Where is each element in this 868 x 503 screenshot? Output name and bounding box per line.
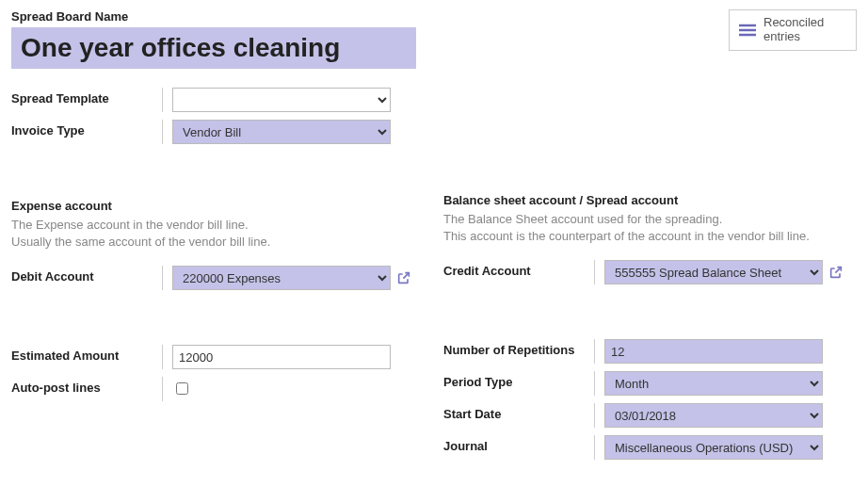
- number-repetitions-label: Number of Repetitions: [443, 339, 594, 357]
- spread-template-select[interactable]: [172, 88, 391, 112]
- list-icon: [739, 24, 756, 37]
- reconciled-entries-label: Reconciled entries: [764, 16, 846, 44]
- number-repetitions-input[interactable]: [604, 339, 823, 364]
- credit-account-select[interactable]: 555555 Spread Balance Sheet: [604, 260, 823, 284]
- journal-select[interactable]: Miscellaneous Operations (USD): [604, 435, 823, 460]
- period-type-select[interactable]: Month: [604, 371, 823, 396]
- debit-account-label: Debit Account: [11, 266, 162, 284]
- invoice-type-select[interactable]: Vendor Bill: [172, 120, 391, 144]
- estimated-amount-label: Estimated Amount: [11, 345, 162, 363]
- auto-post-lines-label: Auto-post lines: [11, 377, 162, 395]
- credit-account-external-link-icon[interactable]: [828, 265, 844, 280]
- balance-sheet-heading: Balance sheet account / Spread account: [443, 193, 857, 207]
- debit-account-select[interactable]: 220000 Expenses: [172, 266, 391, 290]
- credit-account-label: Credit Account: [443, 260, 594, 278]
- estimated-amount-input[interactable]: [172, 345, 391, 369]
- period-type-label: Period Type: [443, 371, 594, 389]
- expense-account-desc: The Expense account in the vendor bill l…: [11, 217, 425, 251]
- start-date-select[interactable]: 03/01/2018: [604, 403, 823, 428]
- auto-post-lines-checkbox[interactable]: [176, 382, 188, 395]
- journal-label: Journal: [443, 435, 594, 453]
- spread-board-name-input[interactable]: [11, 27, 416, 69]
- start-date-label: Start Date: [443, 403, 594, 421]
- reconciled-entries-button[interactable]: Reconciled entries: [729, 9, 857, 51]
- debit-account-external-link-icon[interactable]: [396, 270, 411, 285]
- expense-account-heading: Expense account: [11, 199, 425, 213]
- spread-template-label: Spread Template: [11, 88, 162, 105]
- invoice-type-label: Invoice Type: [11, 120, 162, 138]
- spread-board-name-label: Spread Board Name: [11, 9, 729, 24]
- balance-sheet-desc: The Balance Sheet account used for the s…: [443, 211, 857, 245]
